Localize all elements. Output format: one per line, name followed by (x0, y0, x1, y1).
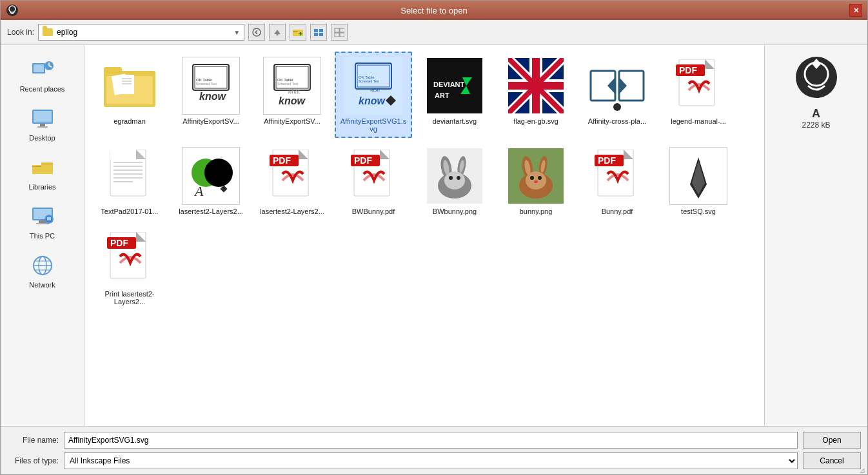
svg-rect-18 (34, 111, 52, 122)
sidebar-item-recent-places[interactable]: Recent places (7, 52, 78, 98)
file-area[interactable]: egradman OK Table Screened Test know (84, 45, 764, 426)
resize-handle[interactable]: ⊿ (859, 466, 867, 474)
svg-rect-4 (293, 30, 303, 36)
svg-rect-19 (40, 124, 45, 126)
cancel-button[interactable]: Cancel (803, 452, 861, 469)
look-in-label: Look in: (7, 28, 34, 37)
file-label-affinity-selected: AffinityExportSVG1.svg (340, 117, 407, 133)
file-item-deviantart[interactable]: DEVIANT ART deviantart.svg (416, 52, 493, 138)
file-item-bunny-pdf[interactable]: PDF Bunny.pdf (578, 142, 656, 220)
svg-rect-15 (34, 64, 44, 72)
file-item-legend-manual[interactable]: PDF legend-manual-... (660, 52, 737, 138)
new-folder-icon (293, 28, 303, 37)
preview-label: A (812, 107, 820, 121)
filename-row: File name: Open (7, 432, 861, 449)
file-item-testsq[interactable]: testSQ.svg (660, 142, 737, 220)
right-panel: A 2228 kB (764, 45, 867, 426)
file-thumb-flag (507, 57, 565, 115)
svg-point-98 (204, 159, 233, 187)
svg-text:what: what (287, 88, 301, 95)
svg-point-122 (538, 176, 542, 180)
this-pc-label: This PC (30, 232, 55, 240)
svg-text:PDF: PDF (354, 155, 372, 166)
svg-point-113 (457, 176, 460, 180)
network-icon (30, 253, 55, 278)
file-item-bunny-png[interactable]: bunny.png (497, 142, 575, 220)
recent-places-label: Recent places (20, 85, 65, 93)
file-item-textpad[interactable]: TextPad2017-01... (91, 142, 168, 220)
file-item-lasertest-pdf[interactable]: PDF lasertest2-Layers2... (253, 142, 331, 220)
svg-rect-89 (110, 150, 136, 159)
svg-point-84 (613, 103, 621, 111)
svg-point-123 (534, 180, 538, 183)
file-item-bwbunny-pdf[interactable]: PDF BWBunny.pdf (335, 142, 412, 220)
app-icon-area (6, 4, 19, 17)
svg-point-121 (530, 176, 534, 180)
file-item-flag[interactable]: flag-en-gb.svg (497, 52, 575, 138)
svg-rect-7 (319, 29, 323, 32)
file-item-affinity-selected[interactable]: OK Table Screened Test fast! know Affini… (335, 52, 412, 138)
up-icon (273, 28, 282, 37)
bottom-bar: File name: Open Files of type: All Inksc… (1, 426, 867, 474)
large-icons-icon (334, 28, 344, 37)
current-path: epilog (57, 28, 233, 37)
file-item-lasertest-svg[interactable]: A lasertest2-Layers2... (172, 142, 250, 220)
open-button[interactable]: Open (803, 432, 861, 449)
recent-places-icon (30, 57, 55, 82)
folder-icon (43, 28, 53, 36)
svg-text:know: know (359, 95, 386, 106)
path-dropdown[interactable]: epilog ▼ (38, 24, 244, 41)
svg-rect-9 (319, 33, 323, 36)
svg-rect-6 (314, 29, 318, 32)
file-item-print-lasertest[interactable]: PDF Print lasertest2-Layers2... (91, 224, 168, 311)
file-item-affinity2[interactable]: OK Table Screened Test what know Affinit… (253, 52, 331, 138)
sidebar-item-this-pc[interactable]: This PC (7, 199, 78, 245)
file-thumb-bunny-pdf: PDF (588, 147, 646, 205)
file-thumb-bwbunny-pdf: PDF (344, 147, 402, 205)
file-label-affinity2: AffinityExportSV... (264, 117, 320, 125)
file-thumb-textpad (101, 147, 159, 205)
file-label-print-lasertest: Print lasertest2-Layers2... (96, 290, 163, 305)
sidebar-item-libraries[interactable]: Libraries (7, 150, 78, 196)
filename-input[interactable] (64, 432, 798, 449)
filetype-row: Files of type: All Inkscape Files SVG Fi… (7, 452, 861, 469)
back-icon (252, 28, 261, 37)
svg-text:A: A (193, 183, 204, 199)
close-button[interactable]: ✕ (849, 4, 862, 17)
up-button[interactable] (269, 24, 286, 41)
sidebar: Recent places Desktop (1, 45, 84, 426)
svg-rect-12 (335, 33, 339, 37)
file-label-bwbunny-pdf: BWBunny.pdf (352, 208, 395, 215)
file-item-cross-platform[interactable]: Affinity-cross-pla... (578, 52, 656, 138)
svg-point-2 (253, 28, 261, 36)
file-thumb-affinity-selected: OK Table Screened Test fast! know (344, 57, 402, 115)
svg-rect-24 (41, 164, 53, 164)
sidebar-item-desktop[interactable]: Desktop (7, 101, 78, 147)
view-menu-button[interactable] (310, 24, 327, 41)
filename-label: File name: (7, 436, 59, 445)
file-item-bwbunny-png[interactable]: BWbunny.png (416, 142, 493, 220)
file-thumb-testsq (669, 147, 727, 205)
dropdown-arrow: ▼ (233, 29, 240, 36)
inkscape-icon (6, 4, 19, 17)
desktop-icon (30, 106, 55, 131)
file-size-label: 2228 kB (802, 121, 830, 130)
libraries-icon (30, 155, 55, 180)
back-button[interactable] (248, 24, 265, 41)
svg-rect-20 (37, 126, 48, 128)
filetype-select[interactable]: All Inkscape Files SVG Files PDF Files P… (64, 452, 798, 469)
preview-icon (791, 52, 842, 103)
large-icons-button[interactable] (331, 24, 348, 41)
file-item-egradman[interactable]: egradman (91, 52, 168, 138)
view-menu-icon (313, 28, 324, 37)
desktop-label: Desktop (29, 134, 55, 142)
file-item-affinity1[interactable]: OK Table Screened Test know AffinityExpo… (172, 52, 250, 138)
svg-text:ART: ART (435, 92, 449, 99)
svg-marker-81 (607, 77, 615, 94)
file-thumb-lasertest-svg: A (182, 147, 240, 205)
file-label-bwbunny-png: BWbunny.png (433, 208, 477, 215)
sidebar-item-network[interactable]: Network (7, 247, 78, 294)
new-folder-button[interactable] (290, 24, 306, 41)
svg-text:DEVIANT: DEVIANT (433, 81, 465, 88)
file-thumb (101, 57, 159, 115)
